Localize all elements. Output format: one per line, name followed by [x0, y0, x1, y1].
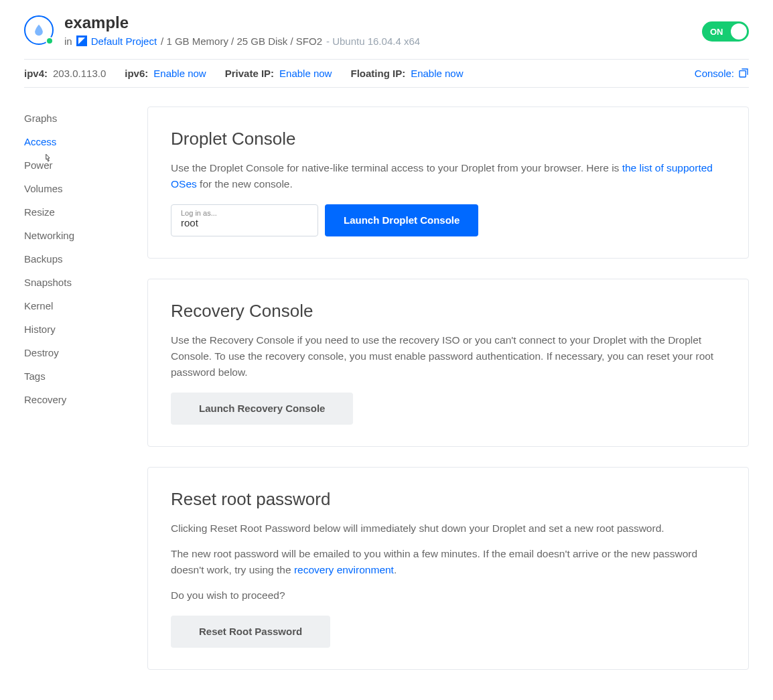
- reset-root-title: Reset root password: [171, 489, 725, 510]
- reset-root-p3: Do you wish to proceed?: [171, 587, 725, 604]
- sidebar-item-recovery[interactable]: Recovery: [24, 388, 129, 411]
- sidebar-item-destroy[interactable]: Destroy: [24, 341, 129, 364]
- floating-ip-enable-link[interactable]: Enable now: [411, 68, 463, 79]
- in-label: in: [64, 36, 72, 47]
- dc-desc-post: for the new console.: [197, 178, 293, 190]
- header-left: example in Default Project / 1 GB Memory…: [24, 13, 420, 47]
- sidebar-item-snapshots[interactable]: Snapshots: [24, 271, 129, 294]
- reset-root-p1: Clicking Reset Root Password below will …: [171, 520, 725, 537]
- launch-droplet-console-button[interactable]: Launch Droplet Console: [325, 204, 478, 236]
- sidebar-item-graphs[interactable]: Graphs: [24, 107, 129, 130]
- sidebar-item-history[interactable]: History: [24, 318, 129, 341]
- status-online-dot: [46, 37, 54, 45]
- page-header: example in Default Project / 1 GB Memory…: [24, 13, 749, 59]
- droplet-os: - Ubuntu 16.04.4 x64: [326, 36, 420, 47]
- droplet-console-desc: Use the Droplet Console for native-like …: [171, 160, 725, 192]
- reset-root-p2: The new root password will be emailed to…: [171, 546, 725, 578]
- droplet-avatar: [24, 15, 54, 45]
- console-label: Console:: [695, 68, 734, 79]
- sidebar-item-power[interactable]: Power: [24, 153, 129, 177]
- ipv6-item: ipv6: Enable now: [125, 68, 206, 79]
- login-as-label: Log in as...: [181, 209, 308, 217]
- sidebar-item-tags[interactable]: Tags: [24, 364, 129, 388]
- rr-p2-post: .: [394, 564, 397, 575]
- toggle-knob: [731, 23, 747, 40]
- svg-rect-0: [740, 71, 746, 77]
- project-link[interactable]: Default Project: [91, 36, 157, 47]
- power-toggle[interactable]: ON: [702, 21, 749, 42]
- ipv6-label: ipv6:: [125, 68, 148, 79]
- dc-desc-pre: Use the Droplet Console for native-like …: [171, 162, 622, 173]
- main-content: Droplet Console Use the Droplet Console …: [147, 107, 749, 670]
- ipv4-label: ipv4:: [24, 68, 48, 79]
- ipv4-value: 203.0.113.0: [53, 68, 106, 79]
- sidebar-item-kernel[interactable]: Kernel: [24, 294, 129, 318]
- console-launch-row: Log in as... root Launch Droplet Console: [171, 204, 725, 236]
- external-window-icon: [738, 68, 749, 78]
- sidebar-item-networking[interactable]: Networking: [24, 224, 129, 247]
- login-as-field[interactable]: Log in as... root: [171, 204, 318, 236]
- ipv4-item: ipv4: 203.0.113.0: [24, 68, 106, 79]
- private-ip-enable-link[interactable]: Enable now: [279, 68, 332, 79]
- reset-root-card: Reset root password Clicking Reset Root …: [147, 467, 749, 670]
- toggle-on-label: ON: [710, 27, 723, 37]
- launch-recovery-console-button[interactable]: Launch Recovery Console: [171, 393, 353, 425]
- floating-ip-item: Floating IP: Enable now: [350, 68, 463, 79]
- title-block: example in Default Project / 1 GB Memory…: [64, 13, 420, 47]
- reset-root-password-button[interactable]: Reset Root Password: [171, 616, 330, 648]
- project-icon: [76, 36, 87, 46]
- sidebar-item-access[interactable]: Access: [24, 130, 129, 153]
- private-ip-item: Private IP: Enable now: [225, 68, 332, 79]
- layout: GraphsAccessPowerVolumesResizeNetworking…: [24, 107, 749, 670]
- sidebar-item-backups[interactable]: Backups: [24, 247, 129, 271]
- sidebar: GraphsAccessPowerVolumesResizeNetworking…: [24, 107, 129, 670]
- droplet-meta: in Default Project / 1 GB Memory / 25 GB…: [64, 36, 420, 47]
- login-as-value: root: [181, 217, 308, 228]
- rr-p2-pre: The new root password will be emailed to…: [171, 548, 697, 575]
- floating-ip-label: Floating IP:: [350, 68, 405, 79]
- droplet-icon: [32, 23, 46, 37]
- droplet-name: example: [64, 13, 420, 33]
- recovery-console-desc: Use the Recovery Console if you need to …: [171, 332, 725, 380]
- recovery-environment-link[interactable]: recovery environment: [294, 564, 394, 575]
- droplet-console-title: Droplet Console: [171, 129, 725, 149]
- recovery-console-card: Recovery Console Use the Recovery Consol…: [147, 279, 749, 447]
- droplet-console-card: Droplet Console Use the Droplet Console …: [147, 107, 749, 259]
- sidebar-item-volumes[interactable]: Volumes: [24, 177, 129, 200]
- droplet-specs: / 1 GB Memory / 25 GB Disk / SFO2: [161, 36, 322, 47]
- ip-bar: ipv4: 203.0.113.0 ipv6: Enable now Priva…: [24, 59, 749, 88]
- recovery-console-title: Recovery Console: [171, 301, 725, 322]
- console-link[interactable]: Console:: [695, 68, 749, 79]
- private-ip-label: Private IP:: [225, 68, 274, 79]
- sidebar-item-resize[interactable]: Resize: [24, 200, 129, 224]
- ipv6-enable-link[interactable]: Enable now: [153, 68, 206, 79]
